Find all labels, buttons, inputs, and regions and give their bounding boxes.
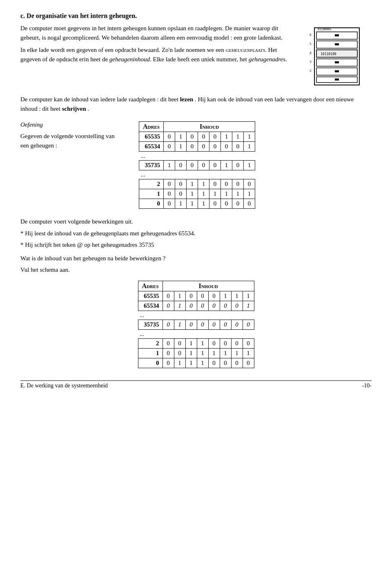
answer-table-row: 65535 01000111 — [138, 291, 254, 301]
svg-text:3: 3 — [310, 60, 312, 64]
inhoud-header: Inhoud — [164, 122, 255, 132]
address-cell: 35735 — [139, 161, 164, 170]
main-memory-table: Adres Inhoud 65535 01000111 65534 010000… — [139, 121, 255, 209]
bottom-p2: * Hij leest de inhoud van de geheugenpla… — [20, 229, 372, 238]
svg-rect-8 — [335, 43, 339, 45]
address-cell: 35735 — [138, 320, 163, 329]
adres-header: Adres — [139, 122, 164, 132]
answer-table-row: 35735 0 1 0 0 0 0 0 0 — [138, 320, 254, 329]
address-cell: 1 — [138, 348, 163, 358]
page-footer: E. De werking van de systeemeenheid -10- — [20, 380, 372, 389]
paragraph-1: De computer moet gegevens in het intern … — [20, 24, 298, 42]
exercise-desc: Gegeven de volgende voorstelling van een… — [20, 132, 131, 150]
address-cell: 65534 — [139, 142, 164, 152]
address-cell: 65534 — [138, 301, 163, 311]
table-row: 35735 10000101 — [139, 161, 255, 170]
footer-right: -10- — [362, 382, 372, 389]
address-cell: 65535 — [139, 132, 164, 142]
cabinet-image: 6 5 4 3 2 01100001 10110100 — [306, 24, 372, 91]
answer-table-row: 2 00110000 — [138, 338, 254, 348]
svg-text:2: 2 — [310, 69, 312, 73]
table-row: 0 01110000 — [139, 199, 255, 209]
table-row: 65534 01000001 — [139, 142, 255, 152]
bottom-p5: Vul het schema aan. — [20, 265, 372, 275]
table-row: 65535 01000111 — [139, 132, 255, 142]
svg-text:10110100: 10110100 — [321, 52, 336, 56]
table-row: 1 00111111 — [139, 189, 255, 199]
svg-text:4: 4 — [310, 51, 312, 55]
answer-table-row: 0 01110000 — [138, 358, 254, 368]
svg-rect-12 — [335, 78, 339, 81]
paragraph-2: In elke lade wordt een gegeven of een op… — [20, 45, 298, 64]
address-cell: 2 — [139, 179, 164, 189]
answer-table-row: 1 00111111 — [138, 348, 254, 358]
table-row: 2 00110000 — [139, 179, 255, 189]
dots-row-answer: ... — [138, 329, 254, 338]
main-table-container: Adres Inhoud 65535 01000111 65534 010000… — [139, 121, 255, 209]
answer-memory-table: Adres Inhoud 65535 01000111 65534 0 1 0 … — [138, 281, 254, 368]
svg-text:01100001: 01100001 — [318, 28, 332, 31]
footer-left: E. De werking van de systeemeenheid — [20, 382, 108, 389]
paragraph-3: De computer kan de inhoud van iedere lad… — [20, 95, 372, 113]
address-cell: 1 — [139, 189, 164, 199]
dots-row-answer: ... — [138, 311, 254, 320]
address-cell: 0 — [139, 199, 164, 209]
svg-rect-10 — [335, 61, 339, 63]
inhoud-header-2: Inhoud — [163, 281, 254, 291]
address-cell: 0 — [138, 358, 163, 368]
svg-rect-11 — [335, 70, 339, 72]
address-cell: 65535 — [138, 291, 163, 301]
address-cell: 2 — [138, 338, 163, 348]
bottom-p1: De computer voert volgende bewerkingen u… — [20, 217, 372, 226]
bottom-p3: * Hij schrijft het teken @ op het geheug… — [20, 240, 372, 250]
exercise-label-block: Oefening Gegeven de volgende voorstellin… — [20, 121, 131, 153]
adres-header-2: Adres — [138, 281, 163, 291]
bottom-p4: Wat is de inhoud van het geheugen na bei… — [20, 254, 372, 263]
svg-text:5: 5 — [310, 42, 312, 46]
answer-table-row: 65534 0 1 0 0 0 0 0 1 — [138, 301, 254, 311]
exercise-section: Oefening Gegeven de volgende voorstellin… — [20, 121, 372, 209]
dots-row: ... — [139, 170, 255, 179]
section-title: c. De organisatie van het intern geheuge… — [20, 12, 372, 20]
cabinet-svg: 6 5 4 3 2 01100001 10110100 — [306, 24, 368, 89]
svg-text:6: 6 — [310, 33, 312, 37]
bottom-section: De computer voert volgende bewerkingen u… — [20, 217, 372, 275]
dots-row: ... — [139, 152, 255, 161]
svg-rect-7 — [335, 34, 339, 36]
intro-text: De computer moet gegevens in het intern … — [20, 24, 298, 91]
answer-table-container: Adres Inhoud 65535 01000111 65534 0 1 0 … — [20, 281, 372, 368]
oefening-label: Oefening — [20, 121, 131, 128]
